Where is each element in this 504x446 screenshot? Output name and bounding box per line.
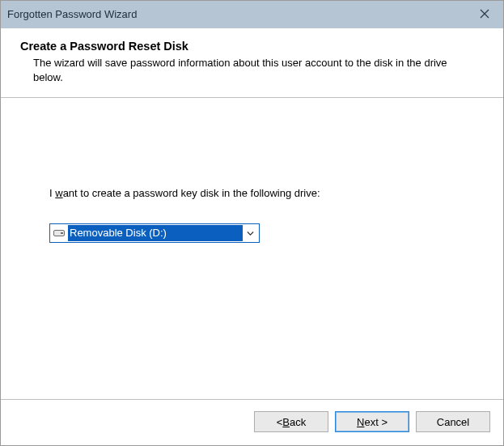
close-button[interactable] [466,1,503,28]
drive-prompt: I want to create a password key disk in … [49,187,455,199]
cancel-button[interactable]: Cancel [416,411,490,432]
window-title: Forgotten Password Wizard [7,1,137,28]
next-button[interactable]: Next > [335,411,409,432]
chevron-down-icon [247,231,254,236]
wizard-description: The wizard will save password informatio… [20,56,478,84]
cancel-button-label: Cancel [437,416,469,428]
close-icon [480,9,489,21]
svg-rect-3 [61,232,63,234]
drive-prompt-mnemonic: w [55,187,62,199]
back-button[interactable]: < Back [254,411,328,432]
wizard-header: Create a Password Reset Disk The wizard … [1,28,503,98]
titlebar: Forgotten Password Wizard [1,1,503,28]
wizard-window: Forgotten Password Wizard Create a Passw… [0,0,504,446]
wizard-footer: < Back Next > Cancel [1,399,503,445]
back-button-suffix: ack [290,416,306,428]
wizard-content: I want to create a password key disk in … [1,98,503,399]
drive-combobox[interactable]: Removable Disk (D:) [49,223,260,243]
next-button-suffix: ext > [364,416,388,428]
back-button-mnemonic: B [282,416,290,428]
removable-drive-icon [53,229,65,237]
drive-selected-value: Removable Disk (D:) [68,225,243,241]
back-button-prefix: < [277,416,283,428]
drive-prompt-suffix: ant to create a password key disk in the… [63,187,320,199]
wizard-heading: Create a Password Reset Disk [20,40,484,53]
next-button-mnemonic: N [357,416,364,428]
